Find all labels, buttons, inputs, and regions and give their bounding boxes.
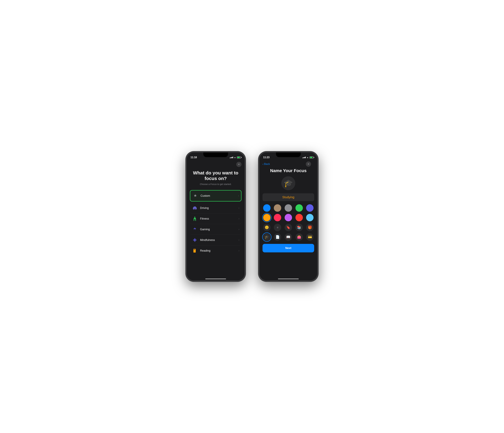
color-violet[interactable] bbox=[285, 214, 292, 221]
svg-point-2 bbox=[193, 209, 194, 210]
fitness-icon bbox=[192, 216, 198, 221]
battery-icon-2 bbox=[309, 156, 314, 159]
selected-focus-icon[interactable]: 🎓 bbox=[281, 176, 295, 190]
focus-item-reading[interactable]: Reading › bbox=[190, 245, 242, 256]
time-1: 11:18 bbox=[190, 156, 197, 159]
focus-name-field[interactable]: Studying bbox=[262, 193, 314, 201]
svg-rect-10 bbox=[194, 250, 195, 250]
mindfulness-label: Mindfulness bbox=[200, 238, 239, 242]
gaming-label: Gaming bbox=[200, 228, 239, 231]
gaming-icon bbox=[192, 226, 198, 232]
driving-label: Driving bbox=[200, 207, 239, 210]
battery-icon-1 bbox=[237, 156, 241, 159]
icon-document[interactable]: 📄 bbox=[274, 233, 281, 241]
home-indicator-2 bbox=[260, 275, 317, 280]
icon-gift[interactable]: 🎁 bbox=[306, 224, 314, 231]
color-gray[interactable] bbox=[285, 204, 292, 212]
wifi-icon-1: ▲ bbox=[234, 156, 236, 159]
gaming-chevron: › bbox=[239, 228, 239, 231]
icon-openbook[interactable]: 📖 bbox=[285, 233, 292, 241]
color-red[interactable] bbox=[296, 214, 303, 221]
icon-graduation[interactable]: 🎓 bbox=[263, 233, 270, 241]
focus-subtitle: Choose a Focus to get started. bbox=[191, 183, 240, 185]
svg-rect-8 bbox=[193, 249, 196, 253]
signal-2 bbox=[302, 157, 306, 158]
screen-2: ‹ Back ✕ Name Your Focus 🎓 Studying bbox=[260, 160, 317, 280]
svg-point-0 bbox=[195, 195, 196, 196]
close-button-2[interactable]: ✕ bbox=[306, 162, 311, 167]
graduation-icon-display: 🎓 bbox=[284, 179, 293, 188]
icon-card[interactable]: 💳 bbox=[306, 233, 314, 241]
mindfulness-icon bbox=[192, 237, 198, 243]
color-green[interactable] bbox=[296, 204, 303, 212]
next-button[interactable]: Next bbox=[262, 244, 314, 252]
phone2-header: ‹ Back ✕ bbox=[260, 160, 317, 168]
driving-chevron: › bbox=[239, 207, 239, 209]
reading-label: Reading bbox=[200, 249, 239, 252]
custom-icon bbox=[192, 193, 198, 198]
icon-wallet[interactable]: 👛 bbox=[296, 233, 303, 241]
phone-1: 11:18 ▲ ✕ What do you want to focus on? … bbox=[186, 151, 246, 282]
time-2: 11:23 bbox=[263, 156, 270, 159]
status-icons-2: ▲ bbox=[302, 156, 314, 159]
icon-grid: 😊 ≡ 🔖 📚 🎁 🎓 📄 📖 👛 💳 bbox=[262, 224, 314, 241]
color-teal[interactable] bbox=[306, 214, 314, 221]
back-button[interactable]: ‹ Back bbox=[262, 162, 270, 166]
icon-list[interactable]: ≡ bbox=[274, 224, 281, 231]
svg-point-3 bbox=[195, 209, 196, 210]
status-icons-1: ▲ bbox=[230, 156, 241, 159]
icon-books[interactable]: 📚 bbox=[296, 224, 303, 231]
focus-title-area: What do you want to focus on? Choose a F… bbox=[191, 170, 240, 185]
phone-2: 11:23 ▲ ‹ Back ✕ Name Your Focus bbox=[258, 151, 318, 282]
back-chevron-icon: ‹ bbox=[262, 162, 263, 166]
focus-item-gaming[interactable]: Gaming › bbox=[190, 224, 242, 235]
reading-icon bbox=[192, 248, 198, 253]
focus-item-fitness[interactable]: Fitness › bbox=[190, 213, 242, 224]
reading-chevron: › bbox=[239, 249, 239, 252]
driving-icon bbox=[192, 205, 198, 211]
color-grid bbox=[262, 204, 314, 221]
notch-2 bbox=[276, 153, 301, 157]
screen-1: ✕ What do you want to focus on? Choose a… bbox=[187, 160, 244, 280]
color-blue[interactable] bbox=[263, 204, 270, 212]
svg-rect-5 bbox=[195, 208, 196, 208]
focus-main-title: What do you want to focus on? bbox=[191, 170, 240, 181]
icon-emoji[interactable]: 😊 bbox=[263, 224, 270, 231]
focus-list: Custom › Drivi bbox=[190, 190, 242, 256]
signal-1 bbox=[230, 157, 233, 158]
fitness-chevron: › bbox=[239, 217, 239, 220]
mindfulness-chevron: › bbox=[239, 239, 239, 241]
phone1-content: ✕ What do you want to focus on? Choose a… bbox=[187, 160, 244, 275]
focus-item-mindfulness[interactable]: Mindfulness › bbox=[190, 235, 242, 245]
back-label: Back bbox=[264, 162, 270, 166]
color-orange[interactable] bbox=[263, 214, 270, 221]
close-button-1[interactable]: ✕ bbox=[236, 162, 242, 167]
wifi-icon-2: ▲ bbox=[307, 156, 309, 159]
svg-rect-4 bbox=[194, 208, 195, 208]
custom-label: Custom bbox=[200, 194, 238, 198]
color-purple[interactable] bbox=[306, 204, 314, 212]
svg-point-6 bbox=[194, 217, 195, 217]
svg-rect-9 bbox=[194, 249, 195, 249]
phone2-content: Name Your Focus 🎓 Studying bbox=[260, 168, 317, 275]
fitness-label: Fitness bbox=[200, 217, 239, 220]
page-title: Name Your Focus bbox=[270, 168, 306, 173]
focus-item-driving[interactable]: Driving › bbox=[190, 203, 242, 213]
home-indicator-1 bbox=[187, 275, 244, 280]
color-tan[interactable] bbox=[274, 204, 281, 212]
notch-1 bbox=[203, 153, 228, 157]
focus-name-text: Studying bbox=[282, 196, 294, 199]
icon-bookmark[interactable]: 🔖 bbox=[285, 224, 292, 231]
custom-chevron: › bbox=[238, 194, 239, 197]
color-pink[interactable] bbox=[274, 214, 281, 221]
focus-item-custom[interactable]: Custom › bbox=[190, 190, 242, 201]
